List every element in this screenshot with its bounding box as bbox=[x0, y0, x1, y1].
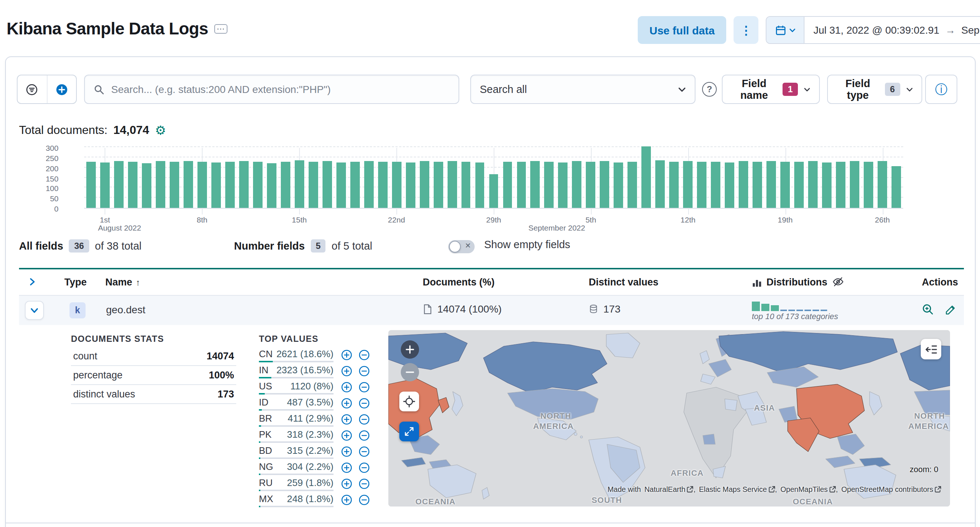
crosshair-icon bbox=[403, 395, 415, 408]
filter-for-value-button[interactable] bbox=[341, 446, 353, 457]
top-values-list: CN2621 (18.6%)IN2323 (16.5%)US1120 (8%)I… bbox=[259, 348, 383, 509]
show-empty-fields-toggle[interactable]: ✕ bbox=[448, 240, 475, 253]
eye-slash-icon bbox=[832, 276, 844, 287]
info-button[interactable]: ⓘ bbox=[925, 75, 957, 104]
filter-for-value-button[interactable] bbox=[341, 430, 353, 441]
filter-out-value-button[interactable] bbox=[358, 349, 370, 361]
map-attribution-link[interactable]: NaturalEarth bbox=[644, 485, 693, 493]
toggle-distributions-button[interactable] bbox=[832, 276, 844, 290]
map-attribution-link[interactable]: OpenStreetMap contributors bbox=[842, 485, 941, 493]
search-scope-select[interactable]: Search all bbox=[470, 75, 695, 104]
name-column-header[interactable]: Name ↑ bbox=[105, 277, 140, 287]
filter-for-value-button[interactable] bbox=[341, 365, 353, 377]
filter-for-value-button[interactable] bbox=[341, 478, 353, 490]
filter-out-value-button[interactable] bbox=[358, 398, 370, 409]
all-fields-total: of 38 total bbox=[95, 240, 142, 252]
fit-to-data-button[interactable] bbox=[399, 391, 419, 411]
cross-icon: ✕ bbox=[465, 241, 471, 249]
map-attribution-link[interactable]: Elastic Maps Service bbox=[699, 485, 775, 493]
top-value-bar-fill bbox=[259, 425, 261, 427]
filter-for-value-button[interactable] bbox=[341, 349, 353, 361]
field-type-filter-button[interactable]: Field type 6 bbox=[827, 75, 922, 104]
filter-out-value-button[interactable] bbox=[358, 430, 370, 441]
context-menu-button[interactable]: ⋮ bbox=[733, 16, 759, 44]
external-link-icon bbox=[829, 486, 836, 493]
top-value-count: 315 (2.2%) bbox=[287, 445, 334, 456]
date-range-start[interactable]: Jul 31, 2022 @ 00:39:02.91 bbox=[813, 24, 939, 36]
filter-out-value-button[interactable] bbox=[358, 478, 370, 490]
chevron-down-icon bbox=[804, 85, 810, 93]
doc-count-chart[interactable] bbox=[84, 148, 903, 209]
filter-out-icon bbox=[358, 349, 370, 361]
x-axis-label: 1st bbox=[88, 215, 123, 224]
doc-count-bar bbox=[336, 163, 345, 208]
name-header-label: Name bbox=[105, 277, 132, 287]
filter-out-value-button[interactable] bbox=[358, 462, 370, 474]
filter-for-value-button[interactable] bbox=[341, 381, 353, 393]
map-region-label: SOUTH bbox=[592, 495, 622, 504]
filter-out-value-button[interactable] bbox=[358, 446, 370, 457]
filter-out-value-button[interactable] bbox=[358, 365, 370, 377]
top-value-bar-fill bbox=[259, 393, 265, 394]
doc-count-bar bbox=[725, 163, 735, 208]
map-region-label: AMERICA bbox=[908, 422, 949, 430]
zoom-out-button[interactable] bbox=[401, 363, 419, 381]
mini-dist-dash bbox=[821, 310, 827, 311]
legend-toggle-button[interactable] bbox=[921, 339, 941, 359]
x-axis-month-label: September 2022 bbox=[528, 223, 601, 232]
doc-count-bar bbox=[475, 163, 485, 208]
filter-for-value-button[interactable] bbox=[341, 494, 353, 506]
doc-count-bar bbox=[156, 161, 165, 208]
filter-out-icon bbox=[358, 381, 370, 393]
question-glyph: ? bbox=[707, 84, 712, 94]
doc-count-bar bbox=[295, 161, 304, 208]
use-full-data-button[interactable]: Use full data bbox=[638, 16, 726, 44]
doc-count-bar bbox=[739, 161, 748, 208]
filter-button-group bbox=[17, 75, 77, 104]
calendar-dropdown-button[interactable] bbox=[767, 17, 805, 43]
breadcrumb-more-button[interactable]: ⋯ bbox=[214, 24, 227, 34]
question-icon[interactable]: ? bbox=[702, 82, 717, 97]
filter-out-value-button[interactable] bbox=[358, 381, 370, 393]
filter-out-icon bbox=[358, 478, 370, 490]
map-region-label: OCEANIA bbox=[793, 497, 833, 506]
zoom-in-button[interactable] bbox=[401, 340, 419, 359]
distributions-header-label: Distributions bbox=[767, 277, 827, 287]
filter-for-value-button[interactable] bbox=[341, 414, 353, 425]
mini-dist-dash bbox=[805, 310, 811, 311]
search-input[interactable] bbox=[111, 83, 450, 95]
date-range-end[interactable]: Sep bbox=[961, 24, 980, 36]
filter-out-value-button[interactable] bbox=[358, 494, 370, 506]
filter-circle-icon bbox=[26, 83, 38, 96]
top-value-code: MX bbox=[259, 493, 273, 504]
world-map-canvas[interactable] bbox=[388, 330, 950, 506]
filter-settings-button[interactable] bbox=[18, 75, 46, 103]
chart-settings-button[interactable]: ⚙ bbox=[155, 124, 166, 136]
y-axis-label: 0 bbox=[54, 204, 59, 213]
external-link-icon bbox=[768, 486, 775, 493]
y-axis-label: 50 bbox=[50, 194, 59, 203]
top-value-bar bbox=[259, 393, 334, 394]
filter-out-value-button[interactable] bbox=[358, 414, 370, 425]
minus-icon bbox=[405, 367, 415, 377]
filter-for-value-button[interactable] bbox=[341, 398, 353, 409]
top-value-row: PK318 (2.3%) bbox=[259, 429, 383, 445]
doc-count-bar bbox=[503, 162, 512, 208]
attribution-link-text: OpenStreetMap contributors bbox=[842, 485, 933, 493]
filter-out-icon bbox=[358, 398, 370, 409]
top-value-line: NG304 (2.2%) bbox=[259, 461, 334, 472]
action-visualize-button[interactable] bbox=[921, 303, 934, 318]
expand-all-button[interactable] bbox=[28, 278, 37, 288]
map-region-label: NORTH bbox=[914, 411, 945, 420]
doc-count-bar bbox=[309, 162, 318, 208]
page-header: Kibana Sample Data Logs ⋯ bbox=[6, 19, 227, 39]
map-attribution-link[interactable]: OpenMapTiles bbox=[780, 485, 835, 493]
add-filter-button[interactable] bbox=[46, 75, 76, 103]
filter-for-value-button[interactable] bbox=[341, 462, 353, 474]
fields-table-header: Type Name ↑ Documents (%) Distinct value… bbox=[19, 269, 964, 296]
action-edit-button[interactable] bbox=[945, 303, 956, 318]
collapse-row-button[interactable] bbox=[25, 301, 44, 320]
field-name-filter-button[interactable]: Field name 1 bbox=[722, 75, 820, 104]
attribution-prefix: Made with bbox=[608, 485, 643, 493]
expand-map-button[interactable] bbox=[399, 422, 419, 441]
